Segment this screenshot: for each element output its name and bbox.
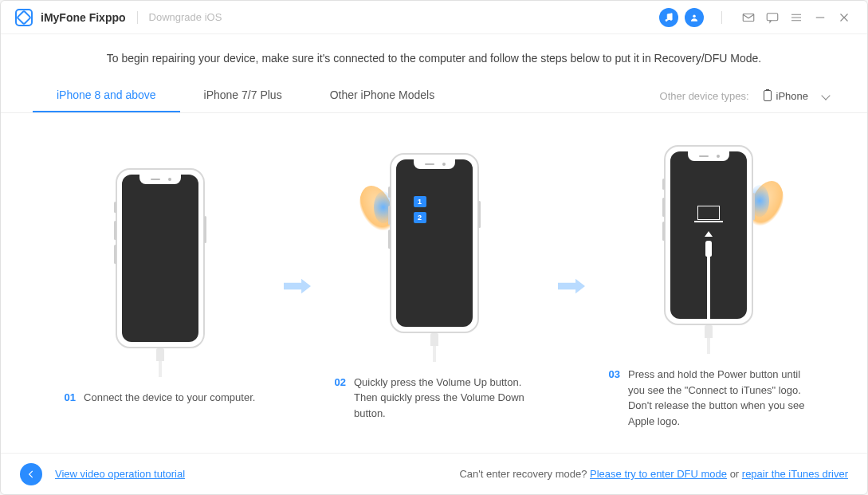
- close-icon[interactable]: [835, 9, 853, 26]
- step-1: 01 Connect the device to your computer.: [61, 168, 260, 406]
- app-name: iMyFone Fixppo: [41, 11, 126, 24]
- back-button[interactable]: [20, 463, 42, 485]
- arrow-right-icon: [558, 274, 585, 300]
- step-number: 03: [609, 367, 620, 429]
- feedback-icon[interactable]: [764, 9, 781, 26]
- titlebar: iMyFone Fixppo Downgrade iOS: [1, 1, 867, 34]
- tab-iphone8-above[interactable]: iPhone 8 and above: [33, 79, 180, 112]
- arrow-up-icon: [705, 231, 713, 237]
- lightning-cable-icon: [705, 241, 712, 257]
- instruction-text: To begin repairing your device, make sur…: [1, 34, 867, 79]
- tab-other-iphone[interactable]: Other iPhone Models: [306, 79, 459, 112]
- menu-icon[interactable]: [787, 9, 805, 26]
- svg-rect-3: [743, 14, 754, 21]
- phone-illustration: 1 2: [383, 153, 485, 360]
- app-window: iMyFone Fixppo Downgrade iOS To begin re…: [0, 0, 868, 495]
- tab-iphone7[interactable]: iPhone 7/7 Plus: [180, 79, 306, 112]
- titlebar-actions: [659, 8, 853, 27]
- step-description: Press and hold the Power button until yo…: [628, 367, 808, 429]
- other-device-label: Other device types:: [660, 90, 749, 102]
- minimize-icon[interactable]: [811, 9, 829, 26]
- phone-illustration: [658, 145, 760, 352]
- phone-illustration: [109, 168, 211, 375]
- help-text: Can't enter recovery mode?: [459, 468, 590, 480]
- badge-2: 2: [414, 212, 426, 223]
- step-2: 1 2 02 Quickly press the Volume Up butto…: [335, 153, 534, 422]
- svg-point-2: [693, 14, 696, 18]
- user-icon[interactable]: [685, 8, 704, 27]
- device-type-value: iPhone: [776, 90, 808, 102]
- footer: View video operation tutorial Can't ente…: [1, 453, 867, 494]
- step-description: Quickly press the Volume Up button. Then…: [354, 375, 534, 422]
- step-number: 01: [65, 390, 76, 406]
- mail-icon[interactable]: [740, 9, 757, 26]
- phone-icon: [764, 90, 772, 101]
- divider: [137, 11, 138, 24]
- device-type-dropdown[interactable]: iPhone: [757, 87, 835, 105]
- breadcrumb: Downgrade iOS: [149, 11, 222, 23]
- music-icon[interactable]: [659, 8, 678, 27]
- or-text: or: [727, 468, 742, 480]
- dfu-mode-link[interactable]: Please try to enter DFU mode: [590, 468, 727, 480]
- chevron-down-icon: [821, 91, 830, 100]
- svg-point-0: [666, 19, 667, 21]
- laptop-icon: [694, 206, 723, 223]
- step-3: 03 Press and hold the Power button until…: [609, 145, 808, 429]
- footer-help: Can't enter recovery mode? Please try to…: [459, 468, 848, 480]
- svg-point-1: [670, 18, 672, 20]
- divider: [721, 11, 722, 24]
- app-logo-icon: [15, 9, 33, 26]
- arrow-right-icon: [284, 274, 311, 300]
- video-tutorial-link[interactable]: View video operation tutorial: [55, 468, 185, 480]
- other-device-types: Other device types: iPhone: [660, 87, 835, 105]
- steps-content: 01 Connect the device to your computer. …: [1, 113, 867, 453]
- device-tabs: iPhone 8 and above iPhone 7/7 Plus Other…: [1, 79, 867, 113]
- repair-driver-link[interactable]: repair the iTunes driver: [742, 468, 848, 480]
- step-number: 02: [335, 375, 346, 422]
- badge-1: 1: [414, 196, 426, 207]
- step-description: Connect the device to your computer.: [84, 390, 255, 406]
- svg-rect-4: [767, 13, 778, 20]
